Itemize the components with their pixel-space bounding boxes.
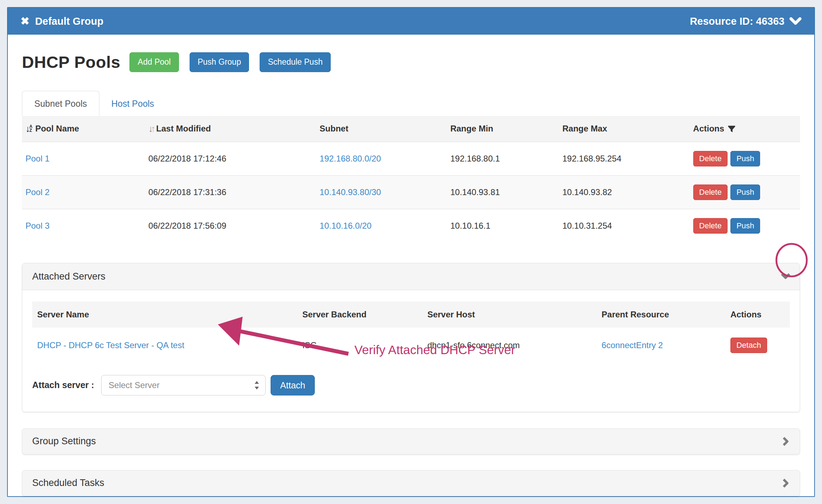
tab-subnet-pools[interactable]: Subnet Pools xyxy=(22,91,99,116)
scheduled-tasks-title: Scheduled Tasks xyxy=(32,477,104,488)
server-select-value: Select Server xyxy=(109,380,160,390)
pool-tabs: Subnet Pools Host Pools xyxy=(22,90,800,116)
page: ✖ Default Group Resource ID: 46363 DHCP … xyxy=(0,0,822,504)
attach-server-label: Attach server : xyxy=(32,380,94,390)
filter-icon[interactable] xyxy=(727,124,736,133)
attach-server-row: Attach server : Select Server Attach xyxy=(32,375,790,395)
col-actions: Actions xyxy=(693,124,724,134)
pool-subnet-link[interactable]: 192.168.80.0/20 xyxy=(320,154,381,163)
pool-name-link[interactable]: Pool 1 xyxy=(25,154,50,163)
delete-button[interactable]: Delete xyxy=(693,184,728,200)
chevron-down-icon xyxy=(789,16,801,27)
sort-alpha-icon[interactable]: ↓ AZ xyxy=(25,123,33,134)
col-subnet: Subnet xyxy=(320,124,348,133)
server-select[interactable]: Select Server xyxy=(101,375,266,395)
scheduled-tasks-panel[interactable]: Scheduled Tasks xyxy=(22,470,800,496)
group-header-bar: ✖ Default Group Resource ID: 46363 xyxy=(8,8,814,35)
pool-range-max: 192.168.95.254 xyxy=(559,142,690,175)
col-range-max: Range Max xyxy=(562,124,607,133)
title-row: DHCP Pools Add Pool Push Group Schedule … xyxy=(22,52,800,72)
pool-subnet-link[interactable]: 10.140.93.80/30 xyxy=(320,187,381,197)
col-pool-name: Pool Name xyxy=(35,124,79,134)
attached-servers-panel: Attached Servers Server Name xyxy=(22,263,800,412)
select-spinner-icon xyxy=(254,380,260,391)
chevron-right-icon xyxy=(781,477,791,489)
col-server-backend: Server Backend xyxy=(297,301,422,328)
col-server-actions: Actions xyxy=(725,301,790,328)
resource-id-label: Resource ID: 46363 xyxy=(690,16,785,27)
push-group-button[interactable]: Push Group xyxy=(190,52,249,72)
group-settings-panel[interactable]: Group Settings xyxy=(22,428,800,455)
group-settings-title: Group Settings xyxy=(32,436,96,447)
schedule-push-button[interactable]: Schedule Push xyxy=(260,52,331,72)
delete-button[interactable]: Delete xyxy=(693,218,728,234)
delete-button[interactable]: Delete xyxy=(693,151,728,166)
pool-last-modified: 06/22/2018 17:31:36 xyxy=(145,175,316,209)
page-title: DHCP Pools xyxy=(22,52,120,72)
subnet-pools-table: ↓ AZ Pool Name ↓ ↑ xyxy=(22,116,800,242)
close-icon[interactable]: ✖ xyxy=(21,16,29,27)
attached-servers-header[interactable]: Attached Servers xyxy=(22,263,800,290)
default-group-card: ✖ Default Group Resource ID: 46363 DHCP … xyxy=(7,7,815,497)
push-button[interactable]: Push xyxy=(730,151,760,166)
sort-icon[interactable]: ↓ ↑ xyxy=(149,123,154,134)
col-range-min: Range Min xyxy=(450,124,493,133)
parent-resource-link[interactable]: 6connectEntry 2 xyxy=(602,340,663,350)
chevron-down-icon[interactable] xyxy=(780,271,791,282)
resource-id-toggle[interactable]: Resource ID: 46363 xyxy=(690,16,801,27)
annotation-text: Verify Attached DHCP Server xyxy=(354,343,515,357)
push-button[interactable]: Push xyxy=(730,218,760,234)
col-parent-resource: Parent Resource xyxy=(597,301,725,328)
col-server-host: Server Host xyxy=(422,301,597,328)
pool-name-link[interactable]: Pool 2 xyxy=(25,187,50,197)
pool-table-header-row: ↓ AZ Pool Name ↓ ↑ xyxy=(22,116,800,142)
server-table-header-row: Server Name Server Backend Server Host P… xyxy=(32,301,790,328)
attach-button[interactable]: Attach xyxy=(271,375,315,395)
pool-row: Pool 2 06/22/2018 17:31:36 10.140.93.80/… xyxy=(22,175,800,209)
col-server-name: Server Name xyxy=(32,301,297,328)
pool-last-modified: 06/22/2018 17:56:09 xyxy=(145,209,316,242)
pool-row: Pool 1 06/22/2018 17:12:46 192.168.80.0/… xyxy=(22,142,800,175)
pool-subnet-link[interactable]: 10.10.16.0/20 xyxy=(320,221,372,230)
chevron-right-icon xyxy=(781,436,791,447)
card-body: DHCP Pools Add Pool Push Group Schedule … xyxy=(8,52,814,496)
tab-host-pools[interactable]: Host Pools xyxy=(99,91,166,116)
pool-range-min: 192.168.80.1 xyxy=(447,142,559,175)
push-button[interactable]: Push xyxy=(730,184,760,200)
server-name-link[interactable]: DHCP - DHCP 6c Test Server - QA test xyxy=(37,340,184,350)
pool-range-min: 10.10.16.1 xyxy=(447,209,559,242)
group-header-left: ✖ Default Group xyxy=(21,16,103,27)
pool-range-min: 10.140.93.81 xyxy=(447,175,559,209)
group-title: Default Group xyxy=(35,16,103,27)
pool-name-link[interactable]: Pool 3 xyxy=(25,221,50,230)
pool-last-modified: 06/22/2018 17:12:46 xyxy=(145,142,316,175)
pool-range-max: 10.140.93.82 xyxy=(559,175,690,209)
detach-button[interactable]: Detach xyxy=(730,338,767,353)
pool-row: Pool 3 06/22/2018 17:56:09 10.10.16.0/20… xyxy=(22,209,800,242)
add-pool-button[interactable]: Add Pool xyxy=(129,52,179,72)
attached-servers-title: Attached Servers xyxy=(32,271,105,282)
col-last-modified: Last Modified xyxy=(156,124,211,134)
pool-range-max: 10.10.31.254 xyxy=(559,209,690,242)
